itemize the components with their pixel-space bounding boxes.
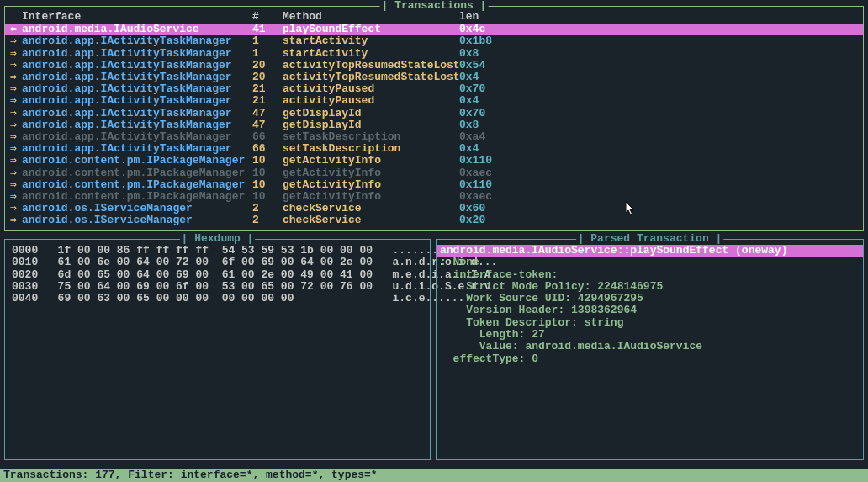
- row-len: 0x8: [459, 119, 510, 131]
- table-row[interactable]: ⇒android.content.pm.IPackageManager10get…: [5, 191, 863, 203]
- row-method: setTaskDescription: [283, 143, 459, 155]
- table-row[interactable]: ⇒android.app.IActivityTaskManager20activ…: [5, 72, 863, 83]
- row-len: 0x4: [459, 143, 510, 155]
- row-arrow-icon: ⇒: [10, 119, 22, 131]
- row-interface: android.os.IServiceManager: [22, 215, 252, 226]
- row-interface: android.app.IActivityTaskManager: [22, 83, 252, 95]
- row-interface: android.app.IActivityTaskManager: [22, 72, 252, 83]
- row-interface: android.content.pm.IPackageManager: [22, 179, 252, 191]
- row-interface: android.app.IActivityTaskManager: [22, 143, 252, 155]
- parsed-content[interactable]: android.media.IAudioService::playSoundEf…: [437, 240, 863, 368]
- table-row[interactable]: ⇒android.app.IActivityTaskManager47getDi…: [5, 108, 863, 119]
- row-arrow-icon: ⇒: [10, 60, 22, 72]
- row-interface: android.content.pm.IPackageManager: [22, 167, 252, 179]
- row-arrow-icon: ⇒: [10, 95, 22, 107]
- table-row[interactable]: ⇒android.app.IActivityTaskManager20activ…: [5, 60, 863, 72]
- row-method: getActivityInfo: [283, 155, 459, 167]
- header-num: #: [252, 11, 283, 23]
- table-row[interactable]: ⇒android.content.pm.IPackageManager10get…: [5, 179, 863, 191]
- row-method: getDisplayId: [283, 108, 459, 119]
- row-arrow-icon: ⇒: [10, 83, 22, 95]
- row-arrow-icon: ⇒: [10, 48, 22, 60]
- row-interface: android.media.IAudioService: [22, 24, 252, 35]
- parsed-line: Token Descriptor: string: [437, 317, 863, 329]
- table-row[interactable]: ⇒android.content.pm.IPackageManager10get…: [5, 167, 863, 179]
- row-method: activityPaused: [283, 83, 459, 95]
- header-len: len: [459, 11, 510, 23]
- row-len: 0xaec: [459, 167, 510, 179]
- row-interface: android.os.IServiceManager: [22, 203, 252, 215]
- row-arrow-icon: ⇒: [10, 108, 22, 119]
- table-row[interactable]: ⇒android.app.IActivityTaskManager47getDi…: [5, 119, 863, 131]
- row-num: 47: [252, 108, 283, 119]
- row-interface: android.app.IActivityTaskManager: [22, 60, 252, 72]
- table-row[interactable]: ⇒android.app.IActivityTaskManager21activ…: [5, 95, 863, 107]
- row-arrow-icon: ⇒: [10, 35, 22, 47]
- row-arrow-icon: ⇒: [10, 167, 22, 179]
- hexdump-panel: Hexdump 0000 1f 00 00 86 ff ff ff ff 54 …: [4, 239, 431, 460]
- transactions-title: Transactions: [380, 0, 489, 12]
- row-num: 41: [252, 24, 283, 35]
- row-len: 0x60: [459, 203, 510, 215]
- row-method: getActivityInfo: [283, 191, 459, 203]
- row-len: 0x110: [459, 155, 510, 167]
- row-num: 10: [252, 179, 283, 191]
- row-arrow-icon: ⇒: [10, 72, 22, 83]
- parsed-line: Version Header: 1398362964: [437, 305, 863, 316]
- row-num: 10: [252, 155, 283, 167]
- table-row[interactable]: ⇒android.app.IActivityTaskManager66setTa…: [5, 143, 863, 155]
- table-row[interactable]: ⇐android.media.IAudioService41playSoundE…: [5, 24, 863, 35]
- status-bar: Transactions: 177, Filter: interface=*, …: [0, 469, 868, 482]
- row-num: 1: [252, 35, 283, 47]
- parsed-line: effectType: 0: [437, 353, 863, 365]
- row-num: 2: [252, 203, 283, 215]
- table-row[interactable]: ⇒android.app.IActivityTaskManager66setTa…: [5, 131, 863, 143]
- row-len: 0xa4: [459, 131, 510, 143]
- row-num: 20: [252, 60, 283, 72]
- row-method: getDisplayId: [283, 119, 459, 131]
- header-method: Method: [283, 11, 459, 23]
- table-row[interactable]: ⇒android.content.pm.IPackageManager10get…: [5, 155, 863, 167]
- parsed-panel: Parsed Transaction android.media.IAudioS…: [436, 239, 864, 460]
- table-row[interactable]: ⇒android.app.IActivityTaskManager1startA…: [5, 35, 863, 47]
- row-method: startActivity: [283, 48, 459, 60]
- row-num: 66: [252, 143, 283, 155]
- row-method: activityTopResumedStateLost: [283, 60, 459, 72]
- row-arrow-icon: ⇒: [10, 215, 22, 226]
- row-method: checkService: [283, 215, 459, 226]
- parsed-line: : None: [437, 257, 863, 268]
- table-row[interactable]: ⇒android.os.IServiceManager2checkService…: [5, 215, 863, 226]
- parsed-line: Value: android.media.IAudioService: [437, 341, 863, 352]
- row-interface: android.app.IActivityTaskManager: [22, 48, 252, 60]
- row-arrow-icon: ⇒: [10, 131, 22, 143]
- row-interface: android.app.IActivityTaskManager: [22, 131, 252, 143]
- parsed-header-line: android.media.IAudioService::playSoundEf…: [437, 245, 863, 257]
- row-num: 66: [252, 131, 283, 143]
- row-method: playSoundEffect: [283, 24, 459, 35]
- row-arrow-icon: ⇐: [10, 24, 22, 35]
- row-num: 10: [252, 191, 283, 203]
- hexdump-content[interactable]: 0000 1f 00 00 86 ff ff ff ff 54 53 59 53…: [5, 240, 430, 308]
- row-num: 21: [252, 95, 283, 107]
- row-arrow-icon: ⇒: [10, 191, 22, 203]
- row-num: 1: [252, 48, 283, 60]
- row-len: 0x20: [459, 215, 510, 226]
- row-method: getActivityInfo: [283, 167, 459, 179]
- row-arrow-icon: ⇒: [10, 155, 22, 167]
- row-method: activityPaused: [283, 95, 459, 107]
- row-num: 20: [252, 72, 283, 83]
- table-row[interactable]: ⇒android.app.IActivityTaskManager1startA…: [5, 48, 863, 60]
- table-row[interactable]: ⇒android.app.IActivityTaskManager21activ…: [5, 83, 863, 95]
- row-method: getActivityInfo: [283, 179, 459, 191]
- row-len: 0x70: [459, 108, 510, 119]
- row-arrow-icon: ⇒: [10, 143, 22, 155]
- row-interface: android.content.pm.IPackageManager: [22, 191, 252, 203]
- transactions-list[interactable]: ⇐android.media.IAudioService41playSoundE…: [5, 24, 863, 226]
- row-len: 0x1b8: [459, 35, 510, 47]
- parsed-line: Work Source UID: 4294967295: [437, 293, 863, 305]
- row-num: 21: [252, 83, 283, 95]
- row-len: 0x4: [459, 95, 510, 107]
- table-row[interactable]: ⇒android.os.IServiceManager2checkService…: [5, 203, 863, 215]
- row-interface: android.app.IActivityTaskManager: [22, 108, 252, 119]
- row-method: setTaskDescription: [283, 131, 459, 143]
